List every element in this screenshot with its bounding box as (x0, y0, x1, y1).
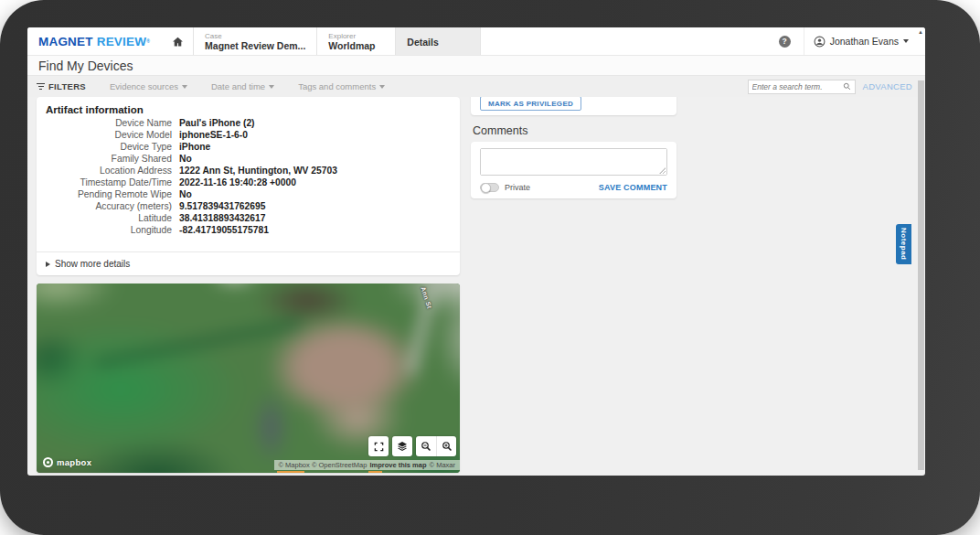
scroll-up-arrow-icon[interactable]: ▲ (916, 29, 925, 35)
row-value: No (179, 153, 192, 165)
home-icon (172, 36, 184, 48)
save-comment-button[interactable]: SAVE COMMENT (599, 183, 667, 192)
map-attribution: © Mapbox © OpenStreetMap Improve this ma… (274, 460, 461, 470)
screenshot-stage: MAGNET REVIEW ® Case Magnet Review Dem..… (0, 0, 980, 535)
user-icon (814, 36, 826, 48)
filter-date-and-time-label: Date and time (211, 81, 265, 91)
content-area: Artifact information Device NamePaul's i… (27, 97, 925, 476)
row-value: No (179, 188, 192, 200)
zoom-controls (416, 436, 456, 456)
filter-evidence-sources[interactable]: Evidence sources (110, 81, 187, 91)
artifact-section-title: Artifact information (37, 97, 460, 115)
mapbox-wordmark: mapbox (57, 457, 91, 467)
toggle-knob (481, 183, 491, 193)
tab-details[interactable]: Details (395, 27, 481, 55)
improve-map-link[interactable]: Improve this map (369, 461, 426, 469)
table-row: Timestamp Date/Time2022-11-16 19:40:28 +… (37, 177, 460, 188)
tab-case-value: Magnet Review Dem... (205, 40, 305, 51)
attribution-text[interactable]: © Mapbox © OpenStreetMap (279, 461, 368, 469)
logo-secondary: REVIEW (97, 35, 146, 48)
zoom-out-button[interactable] (416, 436, 436, 456)
mark-as-privileged-button[interactable]: MARK AS PRIVILEGED (480, 97, 581, 111)
user-name: Jonathan Evans (830, 36, 899, 47)
topbar-spacer (481, 27, 765, 55)
layers-icon (397, 441, 408, 452)
user-menu[interactable]: Jonathan Evans (804, 27, 925, 55)
row-label: Timestamp Date/Time (37, 177, 179, 188)
row-value: 38.41318893432617 (179, 212, 266, 224)
row-label: Family Shared (37, 153, 179, 165)
comments-footer: Private SAVE COMMENT (480, 183, 667, 192)
mapbox-icon (43, 457, 53, 467)
table-row: Latitude38.41318893432617 (37, 212, 460, 224)
comment-textarea[interactable] (481, 149, 666, 175)
comment-input-wrap (480, 148, 667, 176)
row-label: Accuracy (meters) (37, 200, 179, 212)
filter-date-and-time[interactable]: Date and time (211, 81, 274, 91)
artifact-information-card: Artifact information Device NamePaul's i… (37, 97, 460, 275)
row-value: Paul's iPhone (2) (179, 117, 255, 129)
chevron-down-icon (903, 39, 909, 43)
chevron-down-icon (182, 85, 187, 89)
table-row: Accuracy (meters)9.517839431762695 (37, 200, 460, 212)
vertical-scrollbar[interactable]: ▲ (916, 27, 925, 476)
page-title-bar: Find My Devices (27, 55, 925, 76)
zoom-in-button[interactable] (436, 436, 456, 456)
row-value: -82.41719055175781 (179, 224, 269, 236)
filter-icon (37, 83, 45, 91)
table-row: Longitude-82.41719055175781 (37, 224, 460, 236)
row-label: Device Name (37, 117, 179, 129)
tab-explorer-label: Explorer (328, 32, 384, 40)
magnet-review-logo: MAGNET REVIEW ® (27, 27, 163, 55)
private-toggle[interactable] (480, 183, 499, 192)
privileged-card: MARK AS PRIVILEGED (471, 97, 676, 115)
search-icon (843, 82, 851, 91)
search-field[interactable] (748, 80, 856, 94)
tab-case[interactable]: Case Magnet Review Dem... (193, 27, 316, 55)
filter-tags-and-comments[interactable]: Tags and comments (298, 81, 385, 91)
mapbox-logo[interactable]: mapbox (43, 457, 91, 467)
table-row: Location Address1222 Ann St, Huntington,… (37, 165, 460, 177)
layers-button[interactable] (392, 436, 412, 456)
home-button[interactable] (163, 27, 193, 55)
row-value: iPhone (179, 141, 210, 153)
attribution-suffix[interactable]: © Maxar (430, 461, 455, 469)
private-label: Private (505, 183, 530, 192)
row-value: 2022-11-16 19:40:28 +0000 (179, 177, 296, 188)
app-window: MAGNET REVIEW ® Case Magnet Review Dem..… (27, 27, 925, 476)
show-more-details[interactable]: Show more details (37, 251, 460, 275)
comments-section-title: Comments (473, 124, 527, 137)
map-edge-fragment (368, 471, 382, 474)
help-icon: ? (779, 36, 791, 48)
search-input[interactable] (752, 82, 843, 91)
filters-toggle[interactable]: FILTERS (37, 81, 86, 91)
map-controls (368, 436, 456, 456)
map-card[interactable]: Ann St (37, 284, 460, 473)
fullscreen-button[interactable] (368, 436, 389, 456)
notepad-tab[interactable]: Notepad (896, 224, 911, 264)
map-edge-fragment (277, 471, 304, 474)
magnifier-minus-icon (421, 441, 431, 452)
filter-tags-and-comments-label: Tags and comments (298, 81, 376, 91)
tab-explorer-value: Worldmap (328, 40, 384, 51)
table-row: Device TypeiPhone (37, 141, 460, 153)
tab-explorer[interactable]: Explorer Worldmap (316, 27, 395, 55)
chevron-down-icon (379, 85, 385, 89)
help-button[interactable]: ? (766, 27, 804, 55)
chevron-down-icon (269, 85, 274, 89)
tab-details-label: Details (407, 37, 469, 48)
advanced-search-link[interactable]: ADVANCED (863, 81, 912, 91)
tab-case-label: Case (205, 32, 305, 40)
table-row: Device ModeliphoneSE-1-6-0 (37, 129, 460, 141)
filters-bar: FILTERS Evidence sources Date and time T… (27, 76, 925, 97)
row-label: Device Type (37, 141, 179, 153)
magnifier-plus-icon (442, 441, 453, 452)
row-label: Location Address (37, 165, 179, 177)
logo-trademark: ® (146, 38, 150, 44)
map-hedge-line (94, 320, 302, 367)
table-row: Family SharedNo (37, 153, 460, 165)
artifact-rows: Device NamePaul's iPhone (2) Device Mode… (37, 117, 460, 236)
table-row: Pending Remote WipeNo (37, 188, 460, 200)
scrollbar-thumb[interactable] (918, 80, 924, 470)
filters-label: FILTERS (48, 81, 86, 91)
